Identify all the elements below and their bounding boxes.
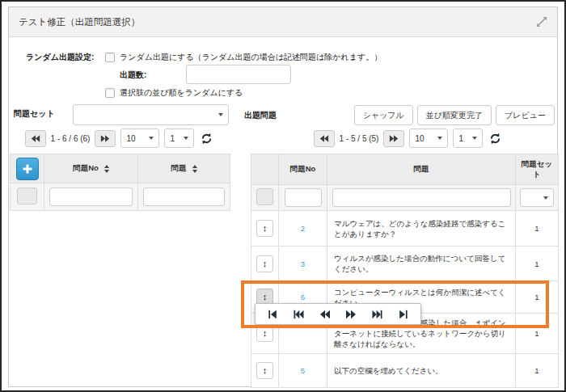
sort-icon (192, 165, 197, 173)
screenshot-frame: テスト修正（出題問題選択） ランダム出題設定: ランダム出題にする（ランダム出題… (0, 0, 566, 392)
question-count-label: 出題数: (120, 70, 146, 81)
move-to-last-button[interactable] (395, 309, 411, 320)
seek-last-icon (398, 310, 408, 319)
column-header-question-no: 問題No (279, 154, 327, 185)
question-set-select[interactable] (73, 104, 229, 125)
question-set-table: 問題No 問題 (10, 154, 230, 211)
move-down-button[interactable] (343, 309, 359, 320)
question-no-link[interactable]: 2 (301, 224, 305, 233)
question-set-value: 1 (516, 314, 559, 354)
filter-question-set-select[interactable] (520, 188, 554, 207)
question-text: ウィルスが感染した場合の動作について回答してください。 (327, 247, 516, 281)
seek-first-icon (268, 310, 278, 319)
double-right-icon (100, 134, 110, 143)
random-output-checkbox[interactable] (105, 53, 115, 62)
reorder-popup (255, 303, 421, 325)
refresh-icon (489, 133, 501, 145)
question-no-link[interactable]: 6 (301, 293, 305, 301)
double-right-bar-icon (371, 310, 383, 319)
preview-button[interactable]: プレビュー (496, 105, 555, 125)
double-right-icon (389, 134, 399, 143)
column-header-question-set: 問題セット (516, 154, 559, 185)
filter-placeholder-button (17, 188, 37, 204)
move-down-page-button[interactable] (369, 309, 386, 320)
double-left-icon (31, 134, 40, 143)
add-question-button[interactable] (16, 158, 39, 180)
table-row: ↕ 5 以下の空欄を埋めてください。 1 (251, 354, 559, 388)
chevron-down-icon (184, 137, 188, 140)
chevron-down-icon (149, 137, 154, 140)
chevron-down-icon (472, 137, 477, 140)
prev-page-button[interactable] (25, 130, 46, 147)
refresh-button[interactable] (199, 133, 214, 145)
page-number-select[interactable]: 1 (453, 129, 483, 148)
question-set-value: 1 (516, 354, 559, 388)
page-size-select[interactable]: 10 (409, 129, 448, 148)
filter-question-input[interactable] (143, 188, 226, 206)
question-text: マルウェアは、どのような感染経路で感染することがありますか？ (327, 211, 516, 247)
prev-page-button[interactable] (314, 130, 335, 147)
question-count-input[interactable] (186, 65, 291, 84)
next-page-button[interactable] (383, 130, 404, 147)
sort-icon (104, 165, 109, 173)
random-output-checkbox-label: ランダム出題にする（ランダム出題の場合は記述問題は除かれます。） (120, 52, 382, 63)
page-size-select[interactable]: 10 (120, 129, 159, 148)
shuffle-choices-checkbox[interactable] (105, 88, 115, 98)
random-settings-label: ランダム出題設定: (26, 52, 94, 63)
page-size-value: 10 (415, 134, 424, 143)
double-left-icon (319, 134, 329, 143)
page-number-value: 1 (170, 134, 175, 143)
move-up-page-button[interactable] (290, 309, 307, 320)
drag-column-header (251, 154, 279, 185)
shuffle-button[interactable]: シャッフル (354, 105, 413, 125)
move-up-button[interactable] (317, 309, 333, 320)
action-buttons: シャッフル 並び順変更完了 プレビュー (365, 105, 555, 125)
reorder-done-button[interactable]: 並び順変更完了 (417, 105, 492, 125)
refresh-button[interactable] (488, 133, 503, 145)
pager-range: 1 - 5 / 5 (5) (340, 134, 379, 143)
table-row: ↕ 3 ウィルスが感染した場合の動作について回答してください。 1 (251, 247, 559, 281)
question-text: 以下の空欄を埋めてください。 (327, 354, 516, 388)
bar-double-left-icon (293, 310, 305, 319)
drag-handle[interactable]: ↕ (256, 220, 273, 237)
column-header-question[interactable]: 問題 (138, 154, 230, 183)
page-title: テスト修正（出題問題選択） (19, 16, 140, 28)
chevron-down-icon (218, 113, 223, 116)
next-page-button[interactable] (95, 130, 116, 147)
question-set-value: 1 (516, 281, 559, 314)
column-header-question: 問題 (327, 154, 516, 185)
page-number-value: 1 (458, 134, 463, 143)
filter-question-no-input[interactable] (285, 188, 322, 207)
selected-questions-pager: 1 - 5 / 5 (5) 10 1 (259, 128, 558, 149)
filter-placeholder-button (256, 188, 273, 205)
add-column-header (11, 154, 44, 183)
expand-icon[interactable] (536, 16, 547, 27)
plus-icon (22, 163, 33, 175)
question-no-link[interactable]: 5 (301, 366, 305, 375)
double-left-icon (319, 310, 331, 319)
move-to-first-button[interactable] (265, 309, 281, 320)
filter-question-no-input[interactable] (49, 188, 133, 206)
question-no-link[interactable]: 3 (301, 259, 305, 268)
double-right-icon (345, 310, 357, 319)
drag-handle[interactable]: ↕ (256, 325, 273, 342)
panel-header: テスト修正（出題問題選択） (9, 7, 557, 37)
table-row: ↕ 2 マルウェアは、どのような感染経路で感染することがありますか？ 1 (251, 211, 559, 247)
question-set-value: 1 (516, 211, 559, 247)
filter-question-input[interactable] (332, 188, 511, 207)
drag-handle[interactable]: ↕ (256, 255, 273, 272)
pager-range: 1 - 6 / 6 (6) (51, 134, 91, 143)
chevron-down-icon (543, 196, 548, 200)
selected-questions-label: 出題問題 (244, 110, 277, 121)
question-set-value: 1 (516, 247, 559, 281)
refresh-icon (201, 133, 213, 145)
page-number-select[interactable]: 1 (164, 129, 194, 148)
question-set-pager: 1 - 6 / 6 (6) 10 1 (10, 128, 230, 149)
question-set-label: 問題セット (14, 108, 55, 120)
drag-handle[interactable]: ↕ (256, 362, 273, 379)
chevron-down-icon (437, 137, 442, 140)
page-size-value: 10 (126, 134, 135, 143)
selected-questions-table: 問題No 問題 問題セット ↕ 2 マルウェアは、どのような感染経路で感染するこ… (251, 154, 559, 388)
shuffle-choices-checkbox-label: 選択肢の並び順をランダムにする (120, 87, 243, 99)
column-header-question-no[interactable]: 問題No (44, 154, 138, 183)
